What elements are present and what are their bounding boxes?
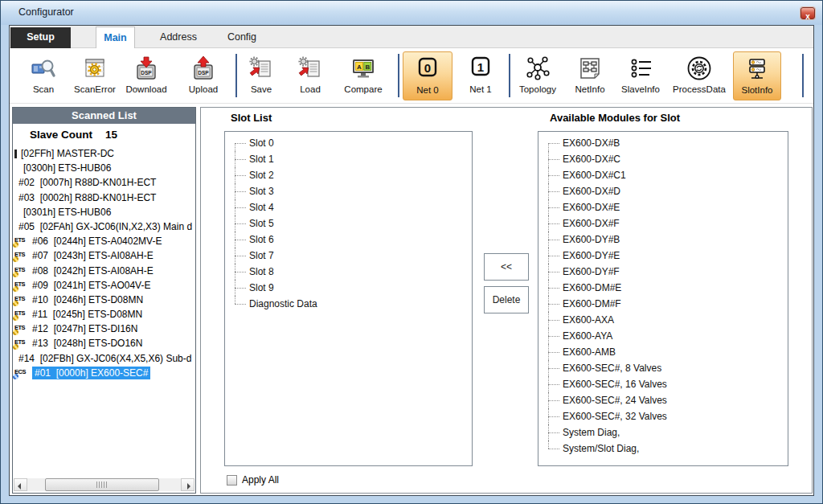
- slave-row[interactable]: [02FFh] MASTER-DC: [13, 146, 195, 161]
- slot-item[interactable]: Slot 4: [225, 199, 472, 215]
- scroll-right-arrow[interactable]: [181, 478, 194, 491]
- compare-button[interactable]: A B Compare: [337, 51, 390, 100]
- slave-row[interactable]: [0300h] ETS-HUB06: [13, 161, 195, 175]
- slave-type-icon: ETS: [14, 293, 28, 305]
- gear-icon: [13, 301, 18, 306]
- module-item[interactable]: EX600-AYA: [538, 328, 788, 344]
- module-item[interactable]: EX600-AXA: [538, 312, 788, 328]
- module-item[interactable]: EX600-SEC#, 16 Valves: [538, 376, 788, 392]
- modules-tree: EX600-DX#BEX600-DX#CEX600-DX#C1EX600-DX#…: [538, 132, 788, 457]
- slave-row[interactable]: ETS#06 [0244h] ETS-A0402MV-E: [13, 234, 195, 248]
- svg-text:0: 0: [424, 61, 431, 75]
- horizontal-scrollbar[interactable]: [14, 478, 194, 491]
- module-item[interactable]: EX600-SEC#, 32 Valves: [538, 408, 788, 424]
- save-button[interactable]: Save: [243, 51, 280, 100]
- slave-row[interactable]: ETS#08 [0242h] ETS-AI08AH-E: [13, 264, 195, 278]
- module-item[interactable]: EX600-DY#F: [538, 264, 788, 280]
- gear-icon: [13, 272, 18, 277]
- slave-row[interactable]: [0301h] ETS-HUB06: [13, 205, 195, 219]
- slave-row[interactable]: #05 [02FAh] GX-JC06(IN,X2,X3) Main d: [13, 219, 195, 234]
- slave-type-icon: ETS: [14, 279, 28, 290]
- app-window: Configurator x Setup Main Address Config: [0, 0, 823, 504]
- download-button[interactable]: DSP Download: [120, 51, 173, 100]
- module-item[interactable]: EX600-DX#E: [538, 199, 788, 215]
- module-item[interactable]: EX600-DY#B: [538, 232, 788, 248]
- scrollbar-thumb[interactable]: [45, 478, 159, 491]
- slot-item[interactable]: Slot 8: [225, 264, 472, 280]
- delete-button[interactable]: Delete: [484, 286, 529, 313]
- module-item[interactable]: EX600-DM#F: [538, 296, 788, 312]
- thumb-grip: [96, 481, 108, 488]
- slot-item[interactable]: Slot 5: [225, 215, 472, 232]
- slot-item[interactable]: Slot 7: [225, 248, 472, 264]
- module-item[interactable]: EX600-DM#E: [538, 280, 788, 296]
- module-item[interactable]: EX600-DX#D: [538, 183, 788, 199]
- slave-label: [0300h] ETS-HUB06: [23, 162, 111, 174]
- svg-text:DSP: DSP: [141, 70, 152, 76]
- slave-type-icon: ETS: [14, 264, 28, 276]
- apply-all-checkbox[interactable]: Apply All: [227, 474, 279, 486]
- slave-type-icon: ETS: [14, 322, 28, 334]
- scrollbar-track[interactable]: [27, 478, 181, 491]
- slave-count-value: 15: [105, 129, 117, 141]
- close-button[interactable]: x: [800, 7, 815, 19]
- slot-item[interactable]: Slot 1: [225, 151, 472, 167]
- scroll-left-arrow[interactable]: [14, 478, 27, 491]
- module-item[interactable]: EX600-SEC#, 8 Valves: [538, 360, 788, 376]
- module-item[interactable]: EX600-DX#C: [538, 151, 788, 167]
- close-icon: x: [805, 12, 810, 21]
- slave-label: #01 [0000h] EX600-SEC#: [32, 367, 150, 379]
- upload-button[interactable]: DSP Upload: [179, 51, 227, 100]
- slave-row[interactable]: ETS#10 [0246h] ETS-D08MN: [13, 293, 195, 307]
- slot-item[interactable]: Slot 0: [225, 135, 472, 151]
- scanerror-button[interactable]: ScanError: [64, 51, 125, 100]
- scan-button[interactable]: Scan: [23, 51, 64, 100]
- processdata-button[interactable]: ProcessData: [668, 51, 731, 100]
- compare-label: Compare: [344, 84, 382, 94]
- tab-config[interactable]: Config: [222, 27, 262, 47]
- slave-row[interactable]: #02 [0007h] R88D-KN01H-ECT: [13, 175, 195, 190]
- slave-row[interactable]: ETS#09 [0241h] ETS-AO04V-E: [13, 278, 195, 293]
- topology-button[interactable]: Topology: [512, 51, 563, 100]
- slave-label: #10 [0246h] ETS-D08MN: [32, 294, 143, 305]
- module-item[interactable]: EX600-DX#C1: [538, 167, 788, 183]
- slave-row[interactable]: #03 [0002h] R88D-KN01H-ECT: [13, 191, 195, 205]
- titlebar[interactable]: Configurator x: [1, 1, 822, 25]
- tab-main[interactable]: Main: [96, 27, 135, 48]
- netinfo-button[interactable]: NetInfo: [567, 51, 612, 100]
- slot-item[interactable]: Diagnostic Data: [225, 296, 472, 312]
- module-item[interactable]: System/Slot Diag,: [538, 440, 788, 457]
- processdata-icon: [686, 54, 712, 83]
- slave-row[interactable]: #14 [02FBh] GX-JC06(X4,X5,X6) Sub-d: [13, 351, 195, 366]
- slot-item[interactable]: Slot 9: [225, 280, 472, 296]
- move-left-button[interactable]: <<: [484, 253, 529, 281]
- slave-row[interactable]: ETS#11 [0245h] ETS-D08MN: [13, 307, 195, 322]
- slot-item[interactable]: Slot 6: [225, 232, 472, 248]
- module-item[interactable]: EX600-SEC#, 24 Valves: [538, 392, 788, 408]
- module-item[interactable]: EX600-DY#E: [538, 248, 788, 264]
- slave-row[interactable]: ETS#13 [0248h] ETS-DO16N: [13, 336, 195, 350]
- slotinfo-button[interactable]: SlotInfo: [733, 51, 781, 100]
- net1-button[interactable]: 1 Net 1: [458, 51, 503, 100]
- slot-item[interactable]: Slot 2: [225, 167, 472, 183]
- tab-address[interactable]: Address: [154, 27, 203, 47]
- slave-row[interactable]: ETS#07 [0243h] ETS-AI08AH-E: [13, 248, 195, 263]
- module-item[interactable]: EX600-DX#F: [538, 215, 788, 232]
- checkbox-box[interactable]: [227, 475, 237, 486]
- slave-row[interactable]: ECS#01 [0000h] EX600-SEC#: [13, 366, 195, 380]
- tab-setup[interactable]: Setup: [10, 27, 71, 48]
- net0-label: Net 0: [416, 85, 439, 95]
- slave-row[interactable]: ETS#12 [0247h] ETS-DI16N: [13, 322, 195, 336]
- module-item[interactable]: EX600-AMB: [538, 344, 788, 360]
- load-button[interactable]: Load: [292, 51, 329, 100]
- slaveinfo-button[interactable]: SlaveInfo: [615, 51, 666, 100]
- slot-item[interactable]: Slot 3: [225, 183, 472, 199]
- slaveinfo-icon: [628, 54, 653, 83]
- upload-label: Upload: [189, 84, 218, 94]
- slaveinfo-label: SlaveInfo: [621, 84, 660, 94]
- module-item[interactable]: System Diag,: [538, 424, 788, 440]
- slot-list-box: Slot 0Slot 1Slot 2Slot 3Slot 4Slot 5Slot…: [224, 131, 473, 466]
- module-item[interactable]: EX600-DX#B: [538, 135, 788, 151]
- scan-label: Scan: [33, 84, 54, 94]
- net0-button[interactable]: 0 Net 0: [403, 51, 452, 100]
